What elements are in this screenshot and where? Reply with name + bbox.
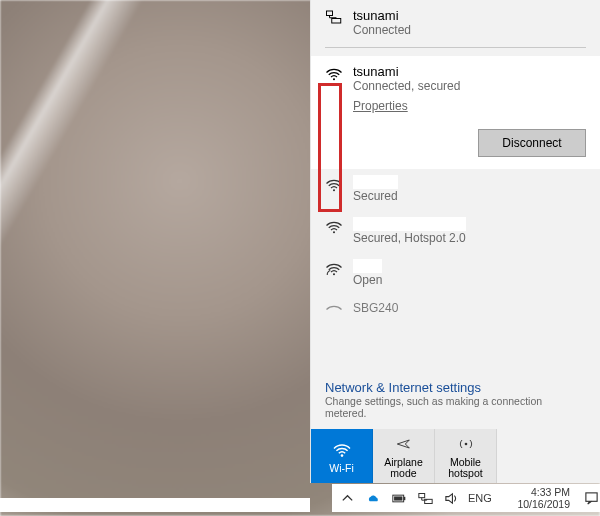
network-name [353,175,398,189]
svg-point-4 [333,231,335,233]
ethernet-name: tsunami [353,8,411,23]
time: 4:33 PM [517,486,570,498]
network-settings-link[interactable]: Network & Internet settings Change setti… [311,376,600,419]
network-tray-icon[interactable] [416,489,434,507]
volume-icon[interactable] [442,489,460,507]
svg-rect-13 [585,492,596,500]
network-name [353,259,382,273]
network-flyout: tsunami Connected tsunami Connected, sec… [310,0,600,483]
battery-icon[interactable] [390,489,408,507]
quick-tiles: Wi-Fi Airplane mode Mobile hotspot [311,429,600,483]
svg-point-7 [464,443,467,446]
network-item[interactable]: Open [311,253,600,295]
wifi-icon [325,177,343,196]
hotspot-icon [456,433,476,455]
svg-point-3 [333,189,335,191]
svg-point-2 [333,78,335,80]
other-networks: Secured Secured, Hotspot 2.0 Open [311,169,600,376]
ethernet-row[interactable]: tsunami Connected [311,0,600,47]
wifi-properties-link[interactable]: Properties [353,99,408,113]
wifi-tile[interactable]: Wi-Fi [311,429,373,483]
network-security: Secured [353,189,398,203]
wifi-name: tsunami [353,64,586,79]
ethernet-icon [325,10,343,27]
wifi-selected[interactable]: tsunami Connected, secured Properties Di… [311,56,600,169]
svg-rect-9 [403,496,405,499]
wifi-icon [332,439,352,461]
airplane-icon [394,433,414,455]
network-name [353,217,466,231]
page-whitespace [0,498,310,512]
svg-rect-0 [327,11,333,16]
taskbar-tray: ENG 4:33 PM 10/16/2019 [332,484,600,512]
ethernet-status: Connected [353,23,411,37]
network-security: Open [353,273,382,287]
onedrive-icon[interactable] [364,489,382,507]
wifi-icon [325,219,343,238]
wifi-icon [325,66,343,113]
svg-rect-11 [418,493,424,497]
tray-chevron-up-icon[interactable] [338,489,356,507]
wifi-open-icon [325,261,343,280]
hotspot-tile[interactable]: Mobile hotspot [435,429,497,483]
svg-rect-10 [394,496,402,500]
settings-title: Network & Internet settings [325,380,586,395]
airplane-tile[interactable]: Airplane mode [373,429,435,483]
tile-label: Wi-Fi [329,463,354,474]
date: 10/16/2019 [517,498,570,510]
clock[interactable]: 4:33 PM 10/16/2019 [517,486,574,510]
network-name: SBG240 [353,301,398,315]
network-item-partial[interactable]: SBG240 [311,295,600,322]
action-center-icon[interactable] [582,489,600,507]
tile-label: Mobile hotspot [435,457,496,479]
network-security: Secured, Hotspot 2.0 [353,231,466,245]
svg-rect-1 [332,19,341,24]
network-item[interactable]: Secured [311,169,600,211]
svg-point-6 [340,454,343,457]
language-indicator[interactable]: ENG [468,492,492,504]
svg-point-5 [333,273,335,275]
disconnect-button[interactable]: Disconnect [478,129,586,157]
tile-label: Airplane mode [373,457,434,479]
wifi-status: Connected, secured [353,79,586,93]
network-item[interactable]: Secured, Hotspot 2.0 [311,211,600,253]
settings-subtitle: Change settings, such as making a connec… [325,395,586,419]
separator [325,47,586,48]
wifi-icon [325,303,343,322]
